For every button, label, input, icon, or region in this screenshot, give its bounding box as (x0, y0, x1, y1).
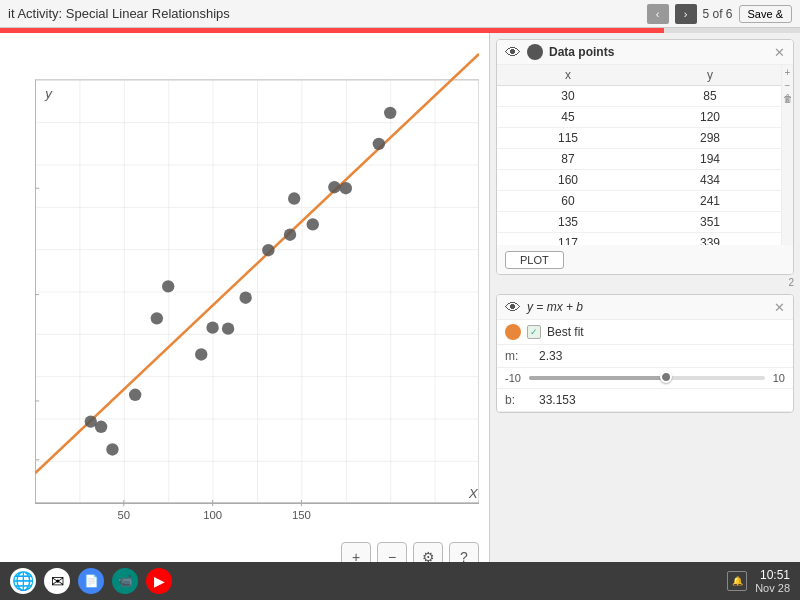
graph-canvas: 400 300 200 100 50 100 150 y (35, 43, 479, 540)
func-header-left: 👁 y = mx + b (505, 299, 583, 315)
page-indicator: 5 of 6 (703, 7, 733, 21)
table-row: 117339 (497, 233, 781, 246)
divider-number: 2 (490, 275, 800, 290)
slider-min-label: -10 (505, 372, 521, 384)
svg-point-32 (307, 218, 319, 230)
cell-x: 135 (497, 212, 639, 233)
cell-x: 115 (497, 128, 639, 149)
table-row: 45120 (497, 107, 781, 128)
slider-max-label: 10 (773, 372, 785, 384)
table-row: 3085 (497, 86, 781, 107)
svg-point-38 (206, 321, 218, 333)
m-slider-row[interactable]: -10 10 (497, 368, 793, 389)
cell-x: 60 (497, 191, 639, 212)
visibility-icon[interactable]: 👁 (505, 44, 521, 60)
add-row-icon[interactable]: + (785, 67, 791, 78)
best-fit-label: Best fit (547, 325, 584, 339)
taskbar-time: 10:51 (755, 568, 790, 582)
cell-y: 351 (639, 212, 781, 233)
svg-point-33 (262, 244, 274, 256)
table-row: 115298 (497, 128, 781, 149)
m-slider-track[interactable] (529, 376, 765, 380)
svg-point-34 (340, 182, 352, 194)
cell-y: 120 (639, 107, 781, 128)
page-title: it Activity: Special Linear Relationship… (8, 6, 230, 21)
svg-point-27 (328, 181, 340, 193)
nav-prev-button[interactable]: ‹ (647, 4, 669, 24)
slider-thumb[interactable] (660, 371, 672, 383)
col-y-header: y (639, 65, 781, 86)
svg-point-36 (106, 443, 118, 455)
cell-x: 160 (497, 170, 639, 191)
taskbar: 🌐 ✉ 📄 📹 ▶ 🔔 10:51 Nov 28 (0, 562, 800, 600)
cell-y: 241 (639, 191, 781, 212)
svg-point-25 (384, 107, 396, 119)
cell-y: 85 (639, 86, 781, 107)
func-header: 👁 y = mx + b ✕ (497, 295, 793, 320)
b-label: b: (505, 393, 535, 407)
data-points-section: 👁 Data points ✕ x y (496, 39, 794, 275)
svg-point-24 (222, 322, 234, 334)
best-fit-checkbox[interactable]: ✓ (527, 325, 541, 339)
func-close-button[interactable]: ✕ (774, 300, 785, 315)
table-row: 87194 (497, 149, 781, 170)
svg-point-35 (373, 138, 385, 150)
cell-y: 339 (639, 233, 781, 246)
col-x-header: x (497, 65, 639, 86)
svg-point-26 (162, 280, 174, 292)
best-fit-row: ✓ Best fit (497, 320, 793, 345)
svg-text:100: 100 (203, 509, 222, 521)
data-table: x y 308545120115298871941604346024113535… (497, 65, 781, 245)
svg-point-23 (284, 229, 296, 241)
right-panel: 👁 Data points ✕ x y (490, 33, 800, 600)
table-row: 60241 (497, 191, 781, 212)
nav-next-button[interactable]: › (675, 4, 697, 24)
svg-point-31 (239, 292, 251, 304)
cell-x: 87 (497, 149, 639, 170)
svg-text:X: X (468, 486, 479, 501)
gmail-icon[interactable]: ✉ (44, 568, 70, 594)
m-value: 2.33 (539, 349, 562, 363)
svg-point-28 (288, 192, 300, 204)
data-table-scroll[interactable]: x y 308545120115298871941604346024113535… (497, 65, 781, 245)
data-section-close[interactable]: ✕ (774, 45, 785, 60)
func-orange-dot (505, 324, 521, 340)
plot-button[interactable]: PLOT (505, 251, 564, 269)
save-button[interactable]: Save & (739, 5, 792, 23)
slider-fill (529, 376, 666, 380)
svg-rect-1 (35, 80, 479, 503)
remove-row-icon[interactable]: − (785, 80, 791, 91)
cell-y: 194 (639, 149, 781, 170)
func-visibility-icon[interactable]: 👁 (505, 299, 521, 315)
main-content: 400 300 200 100 50 100 150 y (0, 33, 800, 600)
cell-y: 298 (639, 128, 781, 149)
cell-x: 117 (497, 233, 639, 246)
table-row: 135351 (497, 212, 781, 233)
m-label: m: (505, 349, 535, 363)
graph-svg: 400 300 200 100 50 100 150 y (35, 43, 479, 540)
taskbar-right: 🔔 10:51 Nov 28 (727, 568, 790, 594)
function-section: 👁 y = mx + b ✕ ✓ Best fit m: 2.33 -10 (496, 294, 794, 413)
m-param-row: m: 2.33 (497, 345, 793, 368)
data-section-title: Data points (549, 45, 614, 59)
docs-icon[interactable]: 📄 (78, 568, 104, 594)
delete-row-icon[interactable]: 🗑 (783, 93, 793, 104)
youtube-icon[interactable]: ▶ (146, 568, 172, 594)
notification-icon[interactable]: 🔔 (727, 571, 747, 591)
svg-text:y: y (44, 86, 53, 101)
svg-point-37 (85, 415, 97, 427)
svg-point-30 (151, 312, 163, 324)
chrome-icon[interactable]: 🌐 (10, 568, 36, 594)
b-value: 33.153 (539, 393, 576, 407)
taskbar-date: Nov 28 (755, 582, 790, 594)
plot-btn-row: PLOT (497, 245, 793, 274)
meet-icon[interactable]: 📹 (112, 568, 138, 594)
svg-point-29 (195, 348, 207, 360)
data-dot (527, 44, 543, 60)
cell-x: 30 (497, 86, 639, 107)
data-section-header-left: 👁 Data points (505, 44, 614, 60)
top-bar-right: ‹ › 5 of 6 Save & (647, 4, 793, 24)
svg-text:150: 150 (292, 509, 311, 521)
graph-area: 400 300 200 100 50 100 150 y (0, 33, 490, 600)
cell-x: 45 (497, 107, 639, 128)
